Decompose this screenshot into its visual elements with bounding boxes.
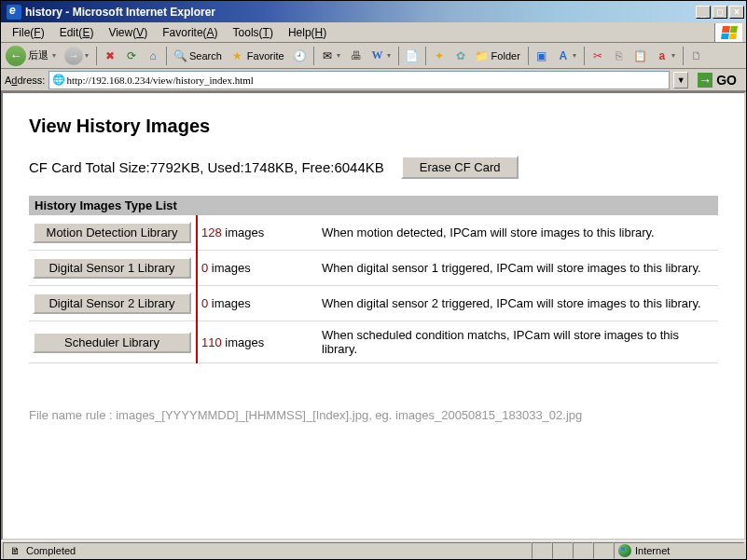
separator <box>313 47 314 65</box>
forward-button[interactable]: ▾ <box>62 46 93 66</box>
separator <box>166 47 167 65</box>
tool-c-button[interactable]: 🗋 <box>686 46 707 66</box>
back-button[interactable]: 后退▾ <box>3 46 61 66</box>
statusbar: 🗎 Completed Internet <box>1 540 746 559</box>
table-row: Scheduler Library 110 images When schedu… <box>29 321 718 363</box>
separator <box>584 47 585 65</box>
menu-edit[interactable]: Edit(E) <box>52 24 102 41</box>
security-zone: Internet <box>614 542 744 559</box>
page-content: View History Images CF Card Total Size:7… <box>1 91 746 540</box>
status-text: Completed <box>26 545 76 556</box>
menu-tools[interactable]: Tools(T) <box>226 24 281 41</box>
status-main: 🗎 Completed <box>3 542 532 559</box>
window-title: history - Microsoft Internet Explorer <box>25 6 696 19</box>
count-unit: images <box>222 335 265 349</box>
folder-new-button[interactable]: 📄 <box>402 46 422 66</box>
scheduler-library-button[interactable]: Scheduler Library <box>33 332 191 353</box>
address-input-wrap: 🌐 <box>48 71 670 89</box>
folder-button[interactable]: 📁Folder <box>472 46 525 66</box>
window-controls: _ □ × <box>696 6 744 19</box>
page-heading: View History Images <box>29 116 718 137</box>
digital-sensor-2-library-button[interactable]: Digital Sensor 2 Library <box>33 293 191 314</box>
menu-file[interactable]: File(F) <box>5 24 52 41</box>
menu-help[interactable]: Help(H) <box>281 24 334 41</box>
separator <box>425 47 426 65</box>
row-description: When digital sensor 2 triggered, IPCam w… <box>318 286 718 321</box>
cf-info-row: CF Card Total Size:7792KB, Used:1748KB, … <box>29 156 718 179</box>
mail-button[interactable]: ✉▾ <box>317 46 345 66</box>
cut-button[interactable]: ✂ <box>588 46 608 66</box>
row-description: When scheduled condition matchs, IPCam w… <box>318 321 718 363</box>
close-button[interactable]: × <box>729 6 744 19</box>
row-description: When digital sensor 1 triggered, IPCam w… <box>318 251 718 286</box>
textsize-button[interactable]: A▾ <box>553 46 581 66</box>
done-icon: 🗎 <box>7 543 22 558</box>
globe-icon <box>618 544 631 557</box>
menu-view[interactable]: View(V) <box>101 24 155 41</box>
address-label: Address: <box>5 75 45 86</box>
tool-a-button[interactable]: ✦ <box>429 46 450 66</box>
tool-b-button[interactable]: ✿ <box>450 46 471 66</box>
table-row: Digital Sensor 1 Library 0 images When d… <box>29 251 718 286</box>
go-label: GO <box>716 73 737 88</box>
count-value: 128 <box>201 225 222 239</box>
motion-detection-library-button[interactable]: Motion Detection Library <box>33 222 191 243</box>
digital-sensor-1-library-button[interactable]: Digital Sensor 1 Library <box>33 257 191 279</box>
search-button[interactable]: 🔍Search <box>170 46 227 66</box>
toolbar: 后退▾ ▾ ✖ ⟳ ⌂ 🔍Search ★Favorite 🕘 ✉▾ 🖶 W▾ … <box>1 43 746 69</box>
status-pane <box>552 542 573 559</box>
count-unit: images <box>208 296 251 310</box>
status-pane <box>593 542 614 559</box>
history-button[interactable]: 🕘 <box>290 46 311 66</box>
stop-button[interactable]: ✖ <box>100 46 120 66</box>
paste-button[interactable]: 📋 <box>630 46 651 66</box>
count-value: 110 <box>201 335 222 349</box>
count-unit: images <box>222 225 265 239</box>
minimize-button[interactable]: _ <box>696 6 711 19</box>
table-row: Digital Sensor 2 Library 0 images When d… <box>29 286 718 321</box>
address-dropdown[interactable]: ▼ <box>673 72 688 89</box>
status-pane <box>573 542 593 559</box>
addressbar: Address: 🌐 ▼ → GO <box>1 69 746 91</box>
print-button[interactable]: 🖶 <box>346 46 367 66</box>
file-name-rule: File name rule : images_[YYYYMMDD]_[HHMM… <box>29 408 718 422</box>
titlebar: history - Microsoft Internet Explorer _ … <box>1 1 746 22</box>
ie-icon <box>7 5 21 20</box>
table-row: Motion Detection Library 128 images When… <box>29 215 718 251</box>
status-pane <box>532 542 552 559</box>
separator <box>96 47 97 65</box>
page-icon: 🌐 <box>51 73 66 88</box>
address-input[interactable] <box>66 75 667 86</box>
favorite-button[interactable]: ★Favorite <box>228 46 289 66</box>
edit-button[interactable]: W▾ <box>367 46 395 66</box>
menu-favorite[interactable]: Favorite(A) <box>155 24 225 41</box>
separator <box>528 47 529 65</box>
refresh-button[interactable]: ⟳ <box>121 46 142 66</box>
cf-size-text: CF Card Total Size:7792KB, Used:1748KB, … <box>29 159 384 175</box>
home-button[interactable]: ⌂ <box>143 46 163 66</box>
erase-cf-button[interactable]: Erase CF Card <box>401 156 519 179</box>
maximize-button[interactable]: □ <box>712 6 727 19</box>
count-unit: images <box>208 261 251 275</box>
windows-logo <box>714 23 742 42</box>
go-arrow-icon: → <box>698 73 712 88</box>
zone-text: Internet <box>635 545 670 556</box>
row-description: When motion detected, IPCam will store i… <box>318 215 718 251</box>
separator <box>398 47 399 65</box>
fullscreen-button[interactable]: ▣ <box>532 46 552 66</box>
browser-window: history - Microsoft Internet Explorer _ … <box>0 0 747 560</box>
go-button[interactable]: → GO <box>692 71 742 89</box>
history-type-table: Motion Detection Library 128 images When… <box>29 215 718 363</box>
list-header: History Images Type List <box>29 196 718 215</box>
encoding-button[interactable]: a▾ <box>652 46 680 66</box>
separator <box>683 47 684 65</box>
copy-button[interactable]: ⎘ <box>609 46 629 66</box>
menubar: File(F) Edit(E) View(V) Favorite(A) Tool… <box>1 22 746 43</box>
